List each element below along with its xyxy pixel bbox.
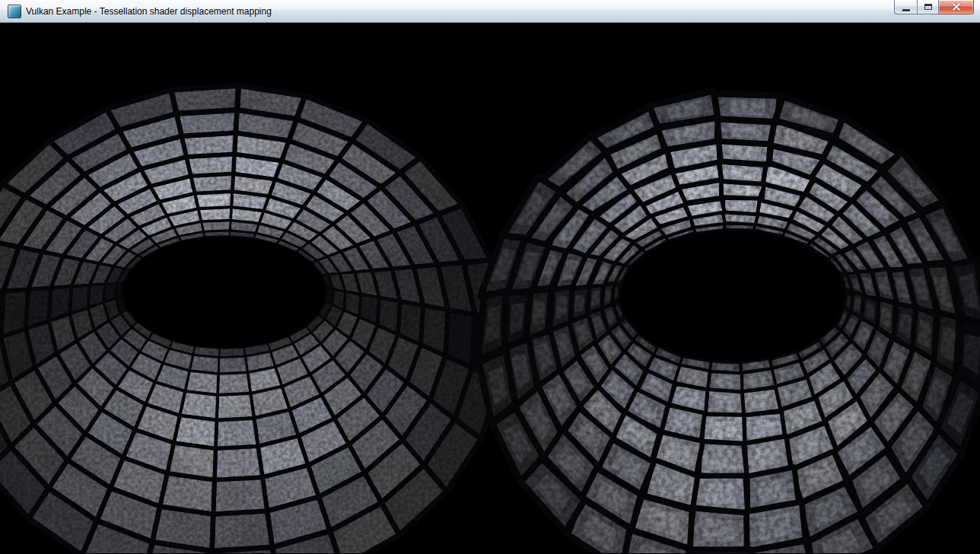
- close-button[interactable]: [939, 0, 974, 14]
- window-title: Vulkan Example - Tessellation shader dis…: [26, 6, 272, 17]
- window-controls: [894, 0, 974, 14]
- close-icon: [952, 3, 961, 11]
- vulkan-scene: [0, 23, 980, 553]
- app-icon: [8, 5, 21, 18]
- titlebar[interactable]: Vulkan Example - Tessellation shader dis…: [0, 0, 980, 23]
- render-viewport[interactable]: [0, 23, 980, 554]
- maximize-button[interactable]: [917, 0, 939, 14]
- minimize-icon: [902, 9, 910, 11]
- app-window: Vulkan Example - Tessellation shader dis…: [0, 0, 980, 554]
- minimize-button[interactable]: [894, 0, 917, 14]
- maximize-icon: [924, 4, 932, 10]
